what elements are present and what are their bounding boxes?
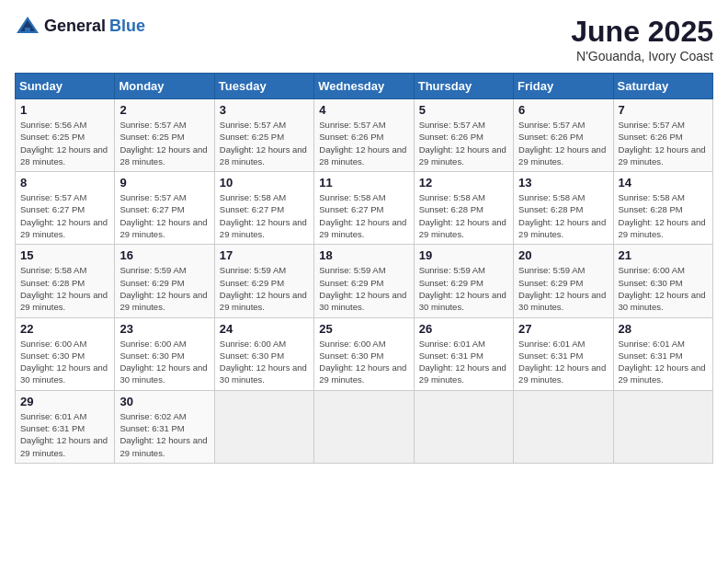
day-info: Sunrise: 5:58 AMSunset: 6:28 PMDaylight:… (419, 191, 508, 240)
calendar-week-2: 8Sunrise: 5:57 AMSunset: 6:27 PMDaylight… (16, 172, 713, 245)
day-info: Sunrise: 5:59 AMSunset: 6:29 PMDaylight:… (518, 264, 608, 313)
logo-lockup: General Blue (15, 15, 145, 37)
day-number: 25 (319, 322, 408, 336)
calendar-cell: 8Sunrise: 5:57 AMSunset: 6:27 PMDaylight… (16, 172, 115, 245)
day-number: 30 (119, 395, 209, 408)
weekday-header-friday: Friday (514, 74, 613, 99)
calendar-cell: 17Sunrise: 5:59 AMSunset: 6:29 PMDayligh… (214, 245, 313, 317)
logo: General Blue (15, 15, 145, 37)
calendar-cell: 1Sunrise: 5:56 AMSunset: 6:25 PMDaylight… (16, 99, 115, 172)
day-number: 27 (518, 322, 608, 336)
day-info: Sunrise: 5:59 AMSunset: 6:29 PMDaylight:… (319, 264, 408, 313)
calendar-week-1: 1Sunrise: 5:56 AMSunset: 6:25 PMDaylight… (16, 99, 713, 172)
general-blue-icon (15, 15, 40, 37)
calendar-week-4: 22Sunrise: 6:00 AMSunset: 6:30 PMDayligh… (16, 317, 713, 390)
day-number: 28 (619, 322, 708, 336)
day-info: Sunrise: 6:02 AMSunset: 6:31 PMDaylight:… (119, 410, 209, 459)
calendar-cell: 15Sunrise: 5:58 AMSunset: 6:28 PMDayligh… (16, 245, 115, 317)
day-number: 2 (119, 103, 209, 117)
calendar-cell: 19Sunrise: 5:59 AMSunset: 6:29 PMDayligh… (414, 245, 513, 317)
calendar-cell: 2Sunrise: 5:57 AMSunset: 6:25 PMDaylight… (115, 99, 214, 172)
day-number: 5 (419, 103, 508, 117)
calendar-cell: 13Sunrise: 5:58 AMSunset: 6:28 PMDayligh… (514, 172, 613, 245)
day-number: 29 (20, 395, 109, 408)
day-info: Sunrise: 5:59 AMSunset: 6:29 PMDaylight:… (220, 264, 309, 313)
day-number: 20 (518, 248, 608, 262)
day-info: Sunrise: 5:59 AMSunset: 6:29 PMDaylight:… (119, 264, 209, 313)
day-info: Sunrise: 5:58 AMSunset: 6:27 PMDaylight:… (319, 191, 408, 240)
day-info: Sunrise: 6:00 AMSunset: 6:30 PMDaylight:… (220, 338, 309, 386)
calendar-cell: 5Sunrise: 5:57 AMSunset: 6:26 PMDaylight… (414, 99, 513, 172)
calendar-cell: 9Sunrise: 5:57 AMSunset: 6:27 PMDaylight… (115, 172, 214, 245)
day-info: Sunrise: 5:58 AMSunset: 6:27 PMDaylight:… (220, 191, 309, 240)
day-number: 4 (319, 103, 408, 117)
day-number: 18 (319, 248, 408, 262)
day-info: Sunrise: 5:58 AMSunset: 6:28 PMDaylight:… (518, 191, 608, 240)
day-number: 24 (220, 322, 309, 336)
day-number: 17 (220, 248, 309, 262)
day-number: 10 (220, 176, 309, 190)
weekday-header-saturday: Saturday (613, 74, 712, 99)
day-info: Sunrise: 5:58 AMSunset: 6:28 PMDaylight:… (20, 264, 109, 313)
day-number: 21 (619, 248, 708, 262)
calendar-cell: 3Sunrise: 5:57 AMSunset: 6:25 PMDaylight… (214, 99, 313, 172)
day-number: 1 (20, 103, 109, 117)
day-info: Sunrise: 6:01 AMSunset: 6:31 PMDaylight:… (20, 410, 109, 459)
title-area: June 2025 N'Gouanda, Ivory Coast (571, 15, 713, 63)
day-number: 16 (119, 248, 209, 262)
weekday-header-thursday: Thursday (414, 74, 513, 99)
day-info: Sunrise: 5:57 AMSunset: 6:26 PMDaylight:… (319, 119, 408, 167)
calendar-cell: 25Sunrise: 6:00 AMSunset: 6:30 PMDayligh… (314, 317, 414, 390)
day-number: 8 (20, 176, 109, 190)
location-title: N'Gouanda, Ivory Coast (571, 49, 713, 63)
logo-general-text: General (44, 17, 106, 36)
day-number: 15 (20, 248, 109, 262)
day-info: Sunrise: 5:57 AMSunset: 6:26 PMDaylight:… (419, 119, 508, 167)
day-number: 26 (419, 322, 508, 336)
weekday-header-tuesday: Tuesday (214, 74, 313, 99)
day-info: Sunrise: 5:57 AMSunset: 6:26 PMDaylight:… (518, 119, 608, 167)
weekday-header-monday: Monday (115, 74, 214, 99)
calendar-cell (514, 390, 613, 463)
calendar-cell: 30Sunrise: 6:02 AMSunset: 6:31 PMDayligh… (115, 390, 214, 463)
day-number: 13 (518, 176, 608, 190)
calendar-cell: 12Sunrise: 5:58 AMSunset: 6:28 PMDayligh… (414, 172, 513, 245)
weekday-header-wednesday: Wednesday (314, 74, 414, 99)
calendar-cell: 14Sunrise: 5:58 AMSunset: 6:28 PMDayligh… (613, 172, 712, 245)
day-info: Sunrise: 6:01 AMSunset: 6:31 PMDaylight:… (619, 338, 708, 386)
day-number: 11 (319, 176, 408, 190)
day-info: Sunrise: 5:57 AMSunset: 6:25 PMDaylight:… (119, 119, 209, 167)
calendar-cell: 28Sunrise: 6:01 AMSunset: 6:31 PMDayligh… (613, 317, 712, 390)
logo-blue-text: Blue (109, 17, 145, 36)
day-number: 3 (220, 103, 309, 117)
day-number: 12 (419, 176, 508, 190)
day-number: 14 (619, 176, 708, 190)
day-info: Sunrise: 5:57 AMSunset: 6:26 PMDaylight:… (619, 119, 708, 167)
calendar-cell: 11Sunrise: 5:58 AMSunset: 6:27 PMDayligh… (314, 172, 414, 245)
calendar-cell: 20Sunrise: 5:59 AMSunset: 6:29 PMDayligh… (514, 245, 613, 317)
day-info: Sunrise: 6:01 AMSunset: 6:31 PMDaylight:… (518, 338, 608, 386)
day-info: Sunrise: 5:59 AMSunset: 6:29 PMDaylight:… (419, 264, 508, 313)
day-info: Sunrise: 5:57 AMSunset: 6:27 PMDaylight:… (20, 191, 109, 240)
calendar-cell (613, 390, 712, 463)
calendar-cell (414, 390, 513, 463)
calendar-body: 1Sunrise: 5:56 AMSunset: 6:25 PMDaylight… (16, 99, 713, 464)
page-header: General Blue June 2025 N'Gouanda, Ivory … (15, 15, 713, 63)
month-title: June 2025 (571, 15, 713, 49)
calendar-cell: 22Sunrise: 6:00 AMSunset: 6:30 PMDayligh… (16, 317, 115, 390)
calendar-cell: 7Sunrise: 5:57 AMSunset: 6:26 PMDaylight… (613, 99, 712, 172)
day-number: 23 (119, 322, 209, 336)
day-info: Sunrise: 5:56 AMSunset: 6:25 PMDaylight:… (20, 119, 109, 167)
calendar-table: SundayMondayTuesdayWednesdayThursdayFrid… (15, 73, 713, 464)
calendar-cell: 23Sunrise: 6:00 AMSunset: 6:30 PMDayligh… (115, 317, 214, 390)
calendar-cell: 27Sunrise: 6:01 AMSunset: 6:31 PMDayligh… (514, 317, 613, 390)
day-info: Sunrise: 6:00 AMSunset: 6:30 PMDaylight:… (319, 338, 408, 386)
calendar-cell: 4Sunrise: 5:57 AMSunset: 6:26 PMDaylight… (314, 99, 414, 172)
day-info: Sunrise: 6:00 AMSunset: 6:30 PMDaylight:… (619, 264, 708, 313)
weekday-header-sunday: Sunday (16, 74, 115, 99)
day-info: Sunrise: 5:57 AMSunset: 6:25 PMDaylight:… (220, 119, 309, 167)
calendar-cell: 18Sunrise: 5:59 AMSunset: 6:29 PMDayligh… (314, 245, 414, 317)
day-number: 19 (419, 248, 508, 262)
day-number: 9 (119, 176, 209, 190)
calendar-cell: 21Sunrise: 6:00 AMSunset: 6:30 PMDayligh… (613, 245, 712, 317)
